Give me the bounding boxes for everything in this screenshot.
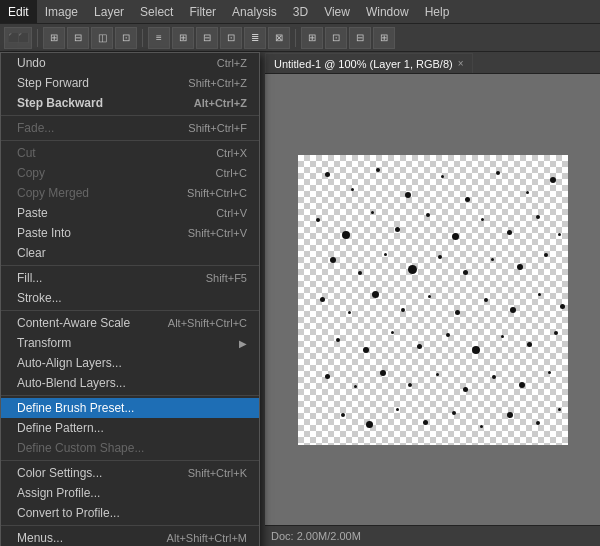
menu-item-menus[interactable]: Menus... Alt+Shift+Ctrl+M [1,528,259,546]
toolbar-btn-13[interactable]: ⊡ [325,27,347,49]
menu-item-cut[interactable]: Cut Ctrl+X [1,143,259,163]
separator-4 [1,310,259,311]
menu-help[interactable]: Help [417,0,458,23]
toolbar-btn-15[interactable]: ⊞ [373,27,395,49]
canvas-dot [501,335,504,338]
menu-select[interactable]: Select [132,0,181,23]
canvas-dot [517,264,523,270]
menu-window[interactable]: Window [358,0,417,23]
canvas-dot [554,331,558,335]
menu-item-color-settings[interactable]: Color Settings... Shift+Ctrl+K [1,463,259,483]
menu-item-auto-align-layers[interactable]: Auto-Align Layers... [1,353,259,373]
toolbar-btn-2[interactable]: ⊞ [43,27,65,49]
toolbar-separator-2 [142,29,143,47]
canvas-dot [550,177,556,183]
menu-item-define-pattern[interactable]: Define Pattern... [1,418,259,438]
menu-item-paste[interactable]: Paste Ctrl+V [1,203,259,223]
canvas-dot [423,420,428,425]
status-doc-info: Doc: 2.00M/2.00M [271,530,361,542]
right-panel: Untitled-1 @ 100% (Layer 1, RGB/8) × Doc… [265,52,600,545]
toolbar-btn-4[interactable]: ◫ [91,27,113,49]
menu-3d[interactable]: 3D [285,0,316,23]
canvas-dot [380,370,386,376]
document-tab[interactable]: Untitled-1 @ 100% (Layer 1, RGB/8) × [265,53,473,73]
toolbar-btn-14[interactable]: ⊟ [349,27,371,49]
toolbar-btn-9[interactable]: ⊡ [220,27,242,49]
menu-item-content-aware-scale-shortcut: Alt+Shift+Ctrl+C [168,317,247,329]
separator-7 [1,525,259,526]
menu-image[interactable]: Image [37,0,86,23]
menu-item-step-forward-label: Step Forward [17,76,89,90]
canvas-dot [426,213,430,217]
menu-item-content-aware-scale[interactable]: Content-Aware Scale Alt+Shift+Ctrl+C [1,313,259,333]
toolbar-btn-7[interactable]: ⊞ [172,27,194,49]
canvas-dot [441,175,444,178]
canvas-dot [354,385,357,388]
menu-item-fade[interactable]: Fade... Shift+Ctrl+F [1,118,259,138]
canvas-dot [463,387,468,392]
canvas-dot [330,257,336,263]
toolbar-btn-6[interactable]: ≡ [148,27,170,49]
menu-view[interactable]: View [316,0,358,23]
toolbar-separator-3 [295,29,296,47]
menu-analysis[interactable]: Analysis [224,0,285,23]
canvas-dot [548,371,551,374]
menu-item-undo[interactable]: Undo Ctrl+Z [1,53,259,73]
canvas-dot [558,233,561,236]
canvas-dot [363,347,369,353]
menu-edit[interactable]: Edit [0,0,37,23]
canvas-dot [342,231,350,239]
canvas-dot [463,270,468,275]
menu-item-clear[interactable]: Clear [1,243,259,263]
menu-item-define-custom-shape-label: Define Custom Shape... [17,441,144,455]
canvas-dot [336,338,340,342]
menu-item-paste-into[interactable]: Paste Into Shift+Ctrl+V [1,223,259,243]
canvas-dot [428,295,431,298]
menu-item-copy[interactable]: Copy Ctrl+C [1,163,259,183]
menu-item-auto-blend-layers[interactable]: Auto-Blend Layers... [1,373,259,393]
toolbar-btn-12[interactable]: ⊞ [301,27,323,49]
canvas-dot [536,421,540,425]
canvas-dot [538,293,541,296]
menu-item-paste-shortcut: Ctrl+V [216,207,247,219]
menu-item-menus-shortcut: Alt+Shift+Ctrl+M [167,532,247,544]
menu-filter[interactable]: Filter [181,0,224,23]
toolbar-btn-5[interactable]: ⊡ [115,27,137,49]
menu-item-copy-label: Copy [17,166,45,180]
menu-item-transform[interactable]: Transform ▶ [1,333,259,353]
toolbar-separator-1 [37,29,38,47]
canvas-dot [436,373,439,376]
menu-item-paste-into-label: Paste Into [17,226,71,240]
menu-item-step-forward[interactable]: Step Forward Shift+Ctrl+Z [1,73,259,93]
separator-2 [1,140,259,141]
tab-close-icon[interactable]: × [458,58,464,69]
canvas-dot [507,230,512,235]
menu-item-color-settings-shortcut: Shift+Ctrl+K [188,467,247,479]
menu-item-convert-to-profile[interactable]: Convert to Profile... [1,503,259,523]
menu-item-step-backward-label: Step Backward [17,96,103,110]
canvas-area [265,74,600,525]
menu-item-fill[interactable]: Fill... Shift+F5 [1,268,259,288]
toolbar-btn-10[interactable]: ≣ [244,27,266,49]
menu-layer[interactable]: Layer [86,0,132,23]
menu-item-cut-label: Cut [17,146,36,160]
canvas-dot [395,227,400,232]
toolbar-btn-11[interactable]: ⊠ [268,27,290,49]
menu-item-copy-merged-label: Copy Merged [17,186,89,200]
toolbar-btn-1[interactable]: ⬛⬛ [4,27,32,49]
toolbar-btn-3[interactable]: ⊟ [67,27,89,49]
canvas-dot [325,172,330,177]
canvas-dot [452,233,459,240]
menu-item-assign-profile[interactable]: Assign Profile... [1,483,259,503]
menu-item-auto-align-layers-label: Auto-Align Layers... [17,356,122,370]
canvas-dot [536,215,540,219]
menu-item-define-brush-preset[interactable]: Define Brush Preset... [1,398,259,418]
menu-item-stroke[interactable]: Stroke... [1,288,259,308]
tab-bar: Untitled-1 @ 100% (Layer 1, RGB/8) × [265,52,600,74]
canvas[interactable] [298,155,568,445]
menu-item-step-backward[interactable]: Step Backward Alt+Ctrl+Z [1,93,259,113]
edit-dropdown-menu: Undo Ctrl+Z Step Forward Shift+Ctrl+Z St… [0,52,260,546]
toolbar-btn-8[interactable]: ⊟ [196,27,218,49]
menu-item-copy-merged[interactable]: Copy Merged Shift+Ctrl+C [1,183,259,203]
menu-item-define-custom-shape[interactable]: Define Custom Shape... [1,438,259,458]
